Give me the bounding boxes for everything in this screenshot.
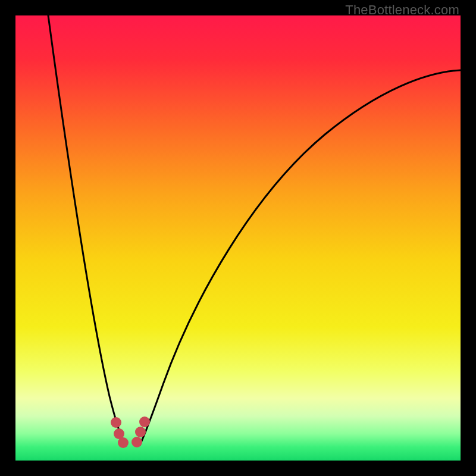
marker-dot [135,427,146,437]
marker-dot [118,437,129,448]
marker-dot [131,437,142,447]
marker-dot [111,417,121,428]
chart-svg [15,15,461,461]
gradient-background [15,15,461,461]
watermark-text: TheBottleneck.com [345,2,459,18]
marker-dot [139,416,150,427]
chart-area [15,15,461,461]
